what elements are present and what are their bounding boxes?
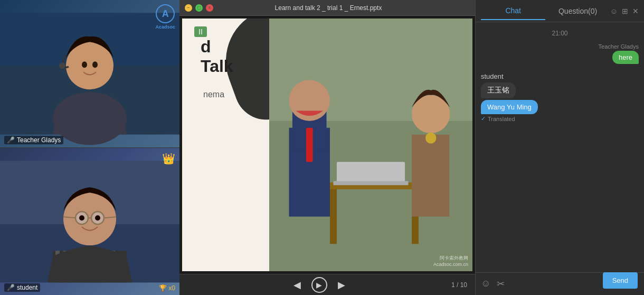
trophy-area: 🏆 x0 bbox=[159, 284, 175, 292]
svg-rect-35 bbox=[337, 162, 405, 182]
send-button[interactable]: Send bbox=[603, 272, 638, 289]
acadsoc-letter: A bbox=[162, 8, 169, 20]
titlebar-controls: − □ × bbox=[185, 4, 213, 12]
acadsoc-logo: A Acadsoc bbox=[155, 4, 175, 30]
chat-footer-icons: ☺ ✂ bbox=[481, 278, 505, 290]
presentation-titlebar: − □ × Learn and talk 2 _ trial 1 _ Ernes… bbox=[179, 0, 475, 16]
presentation-title: Learn and talk 2 _ trial 1 _ Ernest.pptx bbox=[213, 4, 443, 12]
presentation-content: d Talk II nema bbox=[179, 16, 475, 295]
acadsoc-circle: A bbox=[156, 4, 175, 23]
teacher-message-sender: Teacher Gladys bbox=[599, 43, 639, 50]
watermark-line2: Acadsoc.com.cn bbox=[433, 262, 468, 267]
slide-photo: 阿卡索外教网 Acadsoc.com.cn bbox=[269, 19, 472, 271]
chat-timestamp: 21:00 bbox=[481, 30, 639, 37]
svg-rect-33 bbox=[330, 189, 337, 244]
chat-header: Chat Question(0) ☺ ⊞ ✕ bbox=[476, 0, 644, 22]
student-section: student 王玉铭 Wang Yu Ming ✓ Translated bbox=[481, 68, 639, 122]
svg-point-25 bbox=[95, 215, 100, 220]
svg-rect-36 bbox=[333, 181, 408, 185]
translated-label: Translated bbox=[488, 116, 515, 122]
emoji-picker-icon[interactable]: ☺ bbox=[481, 278, 490, 290]
scissors-icon[interactable]: ✂ bbox=[497, 278, 505, 290]
slide-counter: 1 / 10 bbox=[451, 281, 467, 289]
right-panel: Chat Question(0) ☺ ⊞ ✕ 21:00 Teacher Gla… bbox=[475, 0, 644, 295]
check-icon: ✓ bbox=[481, 115, 486, 122]
teacher-video-feed: A Acadsoc bbox=[0, 0, 179, 148]
student-msg-english: Wang Yu Ming bbox=[481, 100, 538, 114]
controls-center: ◀ ▶ ▶ bbox=[293, 277, 345, 293]
student-video-feed: 👑 🎤 student 🏆 x0 bbox=[0, 148, 179, 296]
chat-messages: 21:00 Teacher Gladys here student 王玉铭 Wa… bbox=[476, 22, 644, 272]
student-label: 🎤 student bbox=[4, 283, 40, 292]
close-chat-icon[interactable]: ✕ bbox=[632, 7, 639, 15]
teacher-video-bg: A Acadsoc bbox=[0, 0, 179, 148]
svg-point-4 bbox=[59, 62, 65, 69]
tab-chat[interactable]: Chat bbox=[481, 2, 545, 20]
translated-badge: ✓ Translated bbox=[481, 115, 639, 122]
watermark-line1: 阿卡索外教网 bbox=[433, 255, 468, 262]
student-message-container: 王玉铭 Wang Yu Ming ✓ Translated bbox=[481, 82, 639, 122]
crown-icon: 👑 bbox=[162, 152, 175, 165]
acadsoc-name-text: Acadsoc bbox=[155, 24, 175, 30]
chat-header-icons: ☺ ⊞ ✕ bbox=[610, 7, 639, 15]
center-panel: − □ × Learn and talk 2 _ trial 1 _ Ernes… bbox=[179, 0, 475, 295]
close-button[interactable]: × bbox=[206, 4, 213, 12]
svg-rect-41 bbox=[412, 135, 449, 217]
maximize-button[interactable]: □ bbox=[195, 4, 203, 12]
teacher-name-label: Teacher Gladys bbox=[17, 136, 61, 144]
student-video-bg bbox=[0, 148, 179, 296]
student-figure-svg bbox=[0, 148, 179, 296]
student-name-label: student bbox=[17, 284, 37, 291]
slide-background: d Talk II nema bbox=[182, 19, 472, 271]
minimize-button[interactable]: − bbox=[185, 4, 192, 12]
trophy-icon: 🏆 bbox=[159, 284, 167, 292]
smiley-icon[interactable]: ☺ bbox=[610, 7, 618, 15]
slide-watermark: 阿卡索外教网 Acadsoc.com.cn bbox=[433, 255, 468, 267]
presentation-controls: ◀ ▶ ▶ 1 / 10 bbox=[179, 274, 475, 295]
student-mic-icon: 🎤 bbox=[7, 284, 15, 291]
svg-point-5 bbox=[82, 61, 87, 68]
teacher-figure-svg bbox=[0, 0, 179, 148]
play-pause-button[interactable]: ▶ bbox=[311, 277, 327, 293]
slide-photo-svg bbox=[269, 19, 472, 271]
slide-title-text: d Talk bbox=[201, 37, 233, 76]
teacher-message-row: Teacher Gladys here bbox=[481, 43, 639, 64]
teacher-label: 🎤 Teacher Gladys bbox=[4, 136, 63, 144]
fullscreen-icon[interactable]: ⊞ bbox=[622, 7, 628, 15]
teacher-mic-icon: 🎤 bbox=[7, 136, 15, 144]
left-panel: A Acadsoc bbox=[0, 0, 179, 295]
tab-question[interactable]: Question(0) bbox=[545, 3, 610, 20]
next-slide-button[interactable]: ▶ bbox=[338, 279, 345, 291]
trophy-count: x0 bbox=[168, 284, 175, 292]
svg-rect-40 bbox=[306, 128, 313, 162]
teacher-message-bubble: here bbox=[612, 51, 639, 64]
slide-pause-badge: II bbox=[194, 26, 207, 37]
student-section-label: student bbox=[481, 72, 639, 80]
slide-area: d Talk II nema bbox=[182, 19, 472, 271]
student-msg-chinese: 王玉铭 bbox=[481, 82, 516, 98]
svg-point-43 bbox=[425, 133, 437, 144]
svg-point-6 bbox=[92, 61, 98, 68]
svg-point-24 bbox=[79, 215, 84, 220]
slide-subtitle-text: nema bbox=[203, 90, 224, 99]
chat-footer: ☺ ✂ Send bbox=[476, 272, 644, 295]
prev-slide-button[interactable]: ◀ bbox=[293, 279, 301, 291]
